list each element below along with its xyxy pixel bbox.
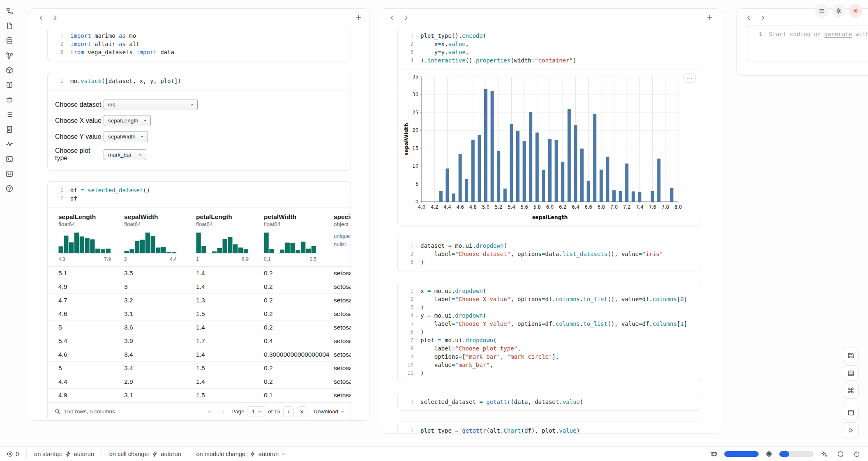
first-page-button[interactable]: [204, 406, 215, 417]
code-line: 2 label="Choose dataset", options=data.l…: [402, 250, 695, 258]
command-palette-button[interactable]: ⌘: [843, 383, 859, 399]
run-setting-on-cell-change[interactable]: on cell change:autorun: [108, 447, 183, 461]
table-cell: 1.4: [196, 351, 264, 358]
sidebar-icon-files[interactable]: [2, 20, 16, 32]
code-editor[interactable]: 1import marimo as mo2import altair as al…: [48, 27, 351, 61]
ai-assistant-button[interactable]: [818, 449, 830, 459]
add-column-button[interactable]: [704, 12, 716, 23]
control-row: Choose plot typemark_bar: [55, 147, 344, 162]
table-row[interactable]: 4.931.40.2setosa: [48, 280, 351, 294]
sidebar-icon-file-explorer[interactable]: [2, 5, 16, 17]
sidebar-icon-tracing[interactable]: [2, 138, 16, 150]
line-number: 5: [402, 320, 413, 328]
table-column-header[interactable]: sepalLengthfloat644.37.9: [58, 213, 124, 262]
fold-chevron-icon[interactable]: ⌄: [413, 311, 420, 320]
errors-indicator[interactable]: 0: [5, 447, 21, 461]
fold-chevron-icon[interactable]: ⌄: [413, 287, 420, 295]
column-dtype: object: [334, 221, 351, 227]
table-row[interactable]: 53.61.40.2setosa: [48, 321, 351, 334]
power-button[interactable]: [851, 449, 863, 459]
table-row[interactable]: 4.73.21.30.2setosa: [48, 294, 351, 307]
svg-text:5: 5: [416, 181, 418, 187]
table-column-header[interactable]: speciesobjectunique:nulls:: [334, 213, 351, 262]
sidebar-icon-documentation[interactable]: [2, 79, 16, 91]
column-move-right-button[interactable]: [757, 12, 769, 23]
table-row[interactable]: 5.43.91.70.4setosa: [48, 334, 351, 348]
run-setting-on-startup[interactable]: on startup:autorun: [32, 447, 96, 461]
dropdown-choose-x-value[interactable]: sepalLength: [104, 115, 151, 126]
shutdown-button[interactable]: [849, 4, 862, 18]
add-column-button[interactable]: [352, 12, 365, 23]
new-cell-editor[interactable]: 1 Start coding or generate with AI: [746, 25, 868, 61]
table-row[interactable]: 4.93.11.50.1setosa: [48, 389, 351, 402]
line-number: 6: [402, 328, 413, 336]
table-cell: 0.30000000000000004: [264, 351, 334, 358]
column-move-right-button[interactable]: [400, 12, 412, 23]
table-row[interactable]: 4.63.11.50.2setosa: [48, 307, 351, 321]
save-button[interactable]: [843, 348, 859, 363]
run-setting-on-module-change[interactable]: on module change:autorun: [195, 447, 288, 461]
table-row[interactable]: 53.41.50.2setosa: [48, 362, 351, 375]
table-row[interactable]: 5.13.51.40.2setosa: [48, 267, 351, 280]
table-column-header[interactable]: sepalWidthfloat6424.4: [124, 213, 196, 262]
page-select[interactable]: 1: [247, 406, 265, 417]
fold-chevron-icon[interactable]: ⌄: [413, 336, 420, 344]
sidebar-icon-datasets[interactable]: [2, 35, 16, 47]
table-cell: 2.9: [124, 378, 196, 385]
settings-button[interactable]: [832, 4, 845, 18]
code-editor[interactable]: 1mo.vstack([dataset, x, y, plot]): [48, 72, 351, 90]
run-button[interactable]: [843, 422, 859, 438]
code-editor[interactable]: 1selected_dataset = getattr(data, datase…: [398, 393, 701, 410]
xy-plot-dropdowns-cell: 1⌄x = mo.ui.dropdown(2 label="Choose X v…: [397, 282, 701, 382]
table-column-header[interactable]: petalWidthfloat640.12.5: [264, 213, 334, 262]
sidebar-icon-logs[interactable]: [2, 123, 16, 136]
sidebar-icon-ai-chat[interactable]: [2, 94, 16, 106]
svg-text:4.2: 4.2: [431, 204, 438, 210]
notebook-menu-button[interactable]: [815, 4, 829, 18]
code-editor[interactable]: 1df = selected_dataset()2df: [48, 182, 351, 207]
column-move-left-button[interactable]: [743, 12, 755, 23]
line-number: 3: [402, 303, 413, 311]
chart-actions-button[interactable]: ⋯: [683, 74, 696, 83]
table-footer: 150 rows, 5 columns Page 1 of 15: [48, 402, 351, 420]
sidebar-icon-outline[interactable]: [2, 108, 16, 121]
fold-chevron-icon[interactable]: ⌄: [413, 32, 420, 40]
download-button[interactable]: Download: [314, 408, 345, 415]
column-move-left-button[interactable]: [35, 12, 47, 23]
column-dtype: float64: [124, 221, 196, 227]
search-icon[interactable]: [54, 408, 61, 415]
restart-kernel-button[interactable]: [834, 449, 847, 459]
last-page-button[interactable]: [297, 406, 307, 417]
sidebar-icon-variables[interactable]: [2, 49, 16, 62]
code-editor[interactable]: 1⌄plot_type().encode(2 x=x.value,3 y=y.v…: [398, 27, 701, 69]
dropdown-value: iris: [108, 101, 115, 108]
app-view-button[interactable]: [843, 405, 859, 420]
status-bar: 0 on startup:autorunon cell change:autor…: [0, 446, 868, 461]
code-editor[interactable]: 1⌄dataset = mo.ui.dropdown(2 label="Choo…: [398, 237, 701, 271]
column-move-right-button[interactable]: [49, 12, 61, 23]
svg-text:4.6: 4.6: [456, 204, 464, 210]
control-label: Choose dataset: [55, 101, 104, 108]
dropdown-choose-plot-type[interactable]: mark_bar: [104, 149, 146, 160]
dropdown-choose-y-value[interactable]: sepalWidth: [104, 131, 148, 142]
sidebar-icon-snippets[interactable]: [2, 168, 16, 180]
table-row[interactable]: 4.42.91.40.2setosa: [48, 375, 351, 389]
sidebar-icon-packages[interactable]: [2, 64, 16, 76]
code-editor[interactable]: 1plot_type = getattr(alt.Chart(df), plot…: [398, 422, 701, 434]
column-move-left-button[interactable]: [386, 12, 398, 23]
table-cell: 0.2: [264, 324, 334, 331]
fold-chevron-icon[interactable]: ⌄: [413, 242, 420, 250]
table-row[interactable]: 4.63.41.40.30000000000000004setosa: [48, 348, 351, 362]
code-line: 4⌄y = mo.ui.dropdown(: [402, 311, 695, 320]
sidebar-icon-scratchpad[interactable]: [2, 153, 16, 165]
dropdown-choose-dataset[interactable]: iris: [104, 99, 198, 110]
prev-page-button[interactable]: [218, 406, 229, 417]
sidebar-icon-help[interactable]: [2, 182, 16, 195]
table-column-header[interactable]: petalLengthfloat6416.9: [196, 213, 264, 262]
line-number: 9: [402, 353, 413, 361]
close-icon: [852, 7, 859, 14]
code-editor[interactable]: 1⌄x = mo.ui.dropdown(2 label="Choose X v…: [398, 282, 701, 382]
layout-rows-button[interactable]: [843, 365, 859, 381]
next-page-button[interactable]: [283, 406, 294, 417]
generate-link[interactable]: generate: [824, 31, 852, 37]
